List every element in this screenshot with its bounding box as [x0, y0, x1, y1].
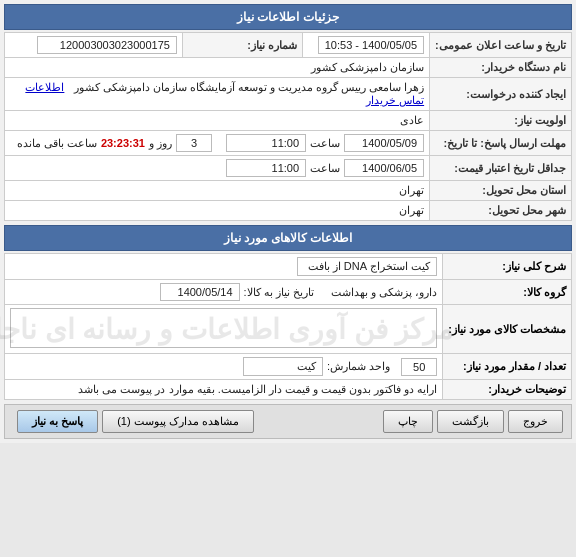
goods-table: شرح کلی نیاز: کیت استخراج DNA از بافت گر…: [4, 253, 572, 400]
goods-unit-value: کیت: [243, 357, 323, 376]
table-row: جداقل تاریخ اعتبار قیمت: 1400/06/05 ساعت…: [5, 156, 572, 181]
section2-title: اطلاعات کالاهای مورد نیاز: [224, 231, 352, 245]
table-row: ایجاد کننده درخواست: زهرا سامعی رییس گرو…: [5, 78, 572, 111]
table-row: شهر محل تحویل: تهران: [5, 201, 572, 221]
section1-header: جزئیات اطلاعات نیاز: [4, 4, 572, 30]
city-label: شهر محل تحویل:: [430, 201, 572, 221]
send-date-value: 1400/05/09: [344, 134, 424, 152]
goods-group-label: گروه کالا:: [443, 280, 572, 305]
origin-label: ایجاد کننده درخواست:: [430, 78, 572, 111]
main-container: جزئیات اطلاعات نیاز تاریخ و ساعت اعلان ع…: [0, 0, 576, 443]
back-button[interactable]: بازگشت: [437, 410, 504, 433]
section1-title: جزئیات اطلاعات نیاز: [237, 10, 339, 24]
goods-notes-label: توضیحات خریدار:: [443, 380, 572, 400]
origin-value: زهرا سامعی رییس گروه مدیریت و توسعه آزما…: [5, 78, 430, 111]
table-row: مهلت ارسال پاسخ: تا تاریخ: 1400/05/09 سا…: [5, 131, 572, 156]
table-row: اولویت نیاز: عادی: [5, 111, 572, 131]
send-date-label: مهلت ارسال پاسخ: تا تاریخ:: [430, 131, 572, 156]
bottom-bar: خروج بازگشت چاپ مشاهده مدارک پیوست (1) پ…: [4, 404, 572, 439]
table-row: تعداد / مقدار مورد نیاز: 50 واحد شمارش: …: [5, 354, 572, 380]
goods-type-value: کیت استخراج DNA از بافت: [5, 254, 443, 280]
order-number-label: شماره نیاز:: [182, 33, 302, 58]
table-row: استان محل تحویل: تهران: [5, 181, 572, 201]
date-time-box: 1400/05/05 - 10:53: [318, 36, 424, 54]
buyer-label: نام دستگاه خریدار:: [430, 58, 572, 78]
right-buttons: مشاهده مدارک پیوست (1) پاسخ به نیاز: [13, 410, 254, 433]
goods-count-value: 50: [401, 358, 437, 376]
goods-date-label: تاریخ نیاز به کالا:: [244, 286, 314, 299]
goods-detail-label: مشخصات کالای مورد نیاز:: [443, 305, 572, 354]
send-date-row: 1400/05/09 ساعت 11:00 3 روز و 23:23:31 س…: [5, 131, 430, 156]
remaining-label: ساعت باقی مانده: [17, 137, 97, 150]
send-time-label: ساعت: [310, 137, 340, 150]
deal-time-value: 11:00: [226, 159, 306, 177]
table-row: مشخصات کالای مورد نیاز: مرکز فن آوری اطل…: [5, 305, 572, 354]
view-attachments-button[interactable]: مشاهده مدارک پیوست (1): [102, 410, 254, 433]
buyer-value: سازمان دامپزشکی کشور: [5, 58, 430, 78]
date-time-value: 1400/05/05 - 10:53: [302, 33, 429, 58]
table-row: گروه کالا: دارو، پزشکی و بهداشت تاریخ نی…: [5, 280, 572, 305]
goods-group-date-row: دارو، پزشکی و بهداشت تاریخ نیاز به کالا:…: [5, 280, 443, 305]
send-time-value: 11:00: [226, 134, 306, 152]
order-number-box: 120003003023000175: [37, 36, 177, 54]
goods-type-box: کیت استخراج DNA از بافت: [297, 257, 437, 276]
table-row: توضیحات خریدار: ارایه دو فاکتور بدون قیم…: [5, 380, 572, 400]
table-row: شرح کلی نیاز: کیت استخراج DNA از بافت: [5, 254, 572, 280]
exit-button[interactable]: خروج: [508, 410, 563, 433]
remaining-value: 23:23:31: [101, 137, 145, 149]
date-time-label: تاریخ و ساعت اعلان عمومی:: [430, 33, 572, 58]
goods-detail-input[interactable]: [10, 308, 437, 348]
priority-label: اولویت نیاز:: [430, 111, 572, 131]
province-value: تهران: [5, 181, 430, 201]
deal-date-label: جداقل تاریخ اعتبار قیمت:: [430, 156, 572, 181]
section2-header: اطلاعات کالاهای مورد نیاز: [4, 225, 572, 251]
deal-date-row: 1400/06/05 ساعت 11:00: [5, 156, 430, 181]
deal-date-value: 1400/06/05: [344, 159, 424, 177]
reply-button[interactable]: پاسخ به نیاز: [17, 410, 98, 433]
priority-value: عادی: [5, 111, 430, 131]
goods-count-row: 50 واحد شمارش: کیت: [5, 354, 443, 380]
order-number-value: 120003003023000175: [5, 33, 183, 58]
info-table: تاریخ و ساعت اعلان عمومی: 1400/05/05 - 1…: [4, 32, 572, 221]
deal-time-label: ساعت: [310, 162, 340, 175]
goods-group-value: دارو، پزشکی و بهداشت: [331, 286, 437, 299]
table-row: تاریخ و ساعت اعلان عمومی: 1400/05/05 - 1…: [5, 33, 572, 58]
print-button[interactable]: چاپ: [383, 410, 433, 433]
city-value: تهران: [5, 201, 430, 221]
left-buttons: خروج بازگشت چاپ: [379, 410, 563, 433]
table-row: نام دستگاه خریدار: سازمان دامپزشکی کشور: [5, 58, 572, 78]
province-label: استان محل تحویل:: [430, 181, 572, 201]
goods-date-value: 1400/05/14: [160, 283, 240, 301]
goods-count-label: تعداد / مقدار مورد نیاز:: [443, 354, 572, 380]
goods-type-label: شرح کلی نیاز:: [443, 254, 572, 280]
goods-notes-value: ارایه دو فاکتور بدون قیمت و قیمت دار الز…: [5, 380, 443, 400]
days-label: روز و: [149, 137, 172, 150]
days-value: 3: [176, 134, 212, 152]
goods-unit-label: واحد شمارش:: [327, 360, 390, 373]
goods-detail-cell: مرکز فن آوری اطلاعات و رسانه ای ناجا: [5, 305, 443, 354]
